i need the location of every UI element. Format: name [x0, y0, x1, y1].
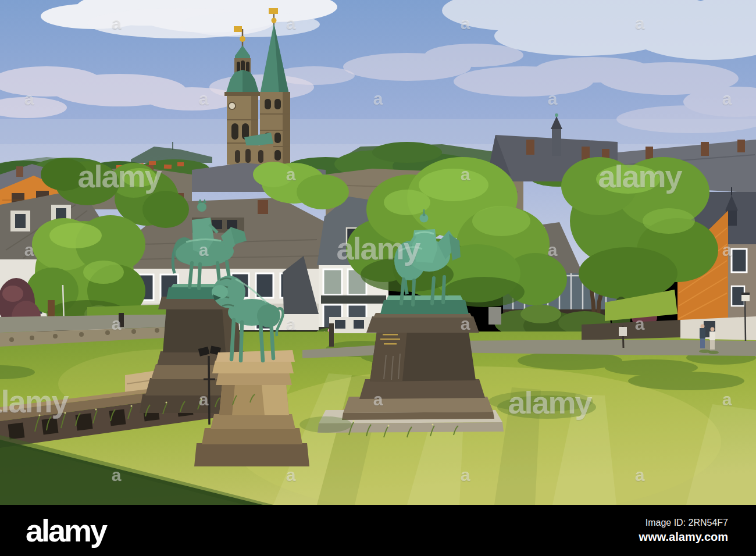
person-2-head [711, 327, 715, 332]
person-1-legs [700, 338, 705, 348]
weathervane-flag [269, 8, 278, 14]
image-id-text: Image ID: 2RN54F7 [639, 518, 728, 528]
golden-ball-finial [240, 36, 245, 42]
person-1-torso [700, 328, 705, 338]
bronze-plinth [380, 300, 469, 314]
person-2-legs [710, 340, 715, 350]
chimney [258, 200, 268, 214]
small-post [329, 323, 334, 347]
chimney [526, 140, 534, 155]
rider-head [197, 202, 206, 212]
person-1-head [701, 325, 705, 329]
person-2-torso [709, 332, 715, 340]
chimney [646, 147, 653, 159]
weathervane-flag [234, 26, 242, 32]
alamy-logo: alamy [26, 515, 106, 546]
photo-area: aaaaaaaaaaaaaaaaaaaaaaaaaaalamyalamyalam… [0, 0, 756, 505]
wooden-post [48, 300, 55, 318]
website-text: www.alamy.com [639, 530, 728, 544]
bollard [119, 313, 124, 327]
info-board [488, 307, 501, 325]
cast-shadow [497, 395, 596, 419]
chimney [16, 166, 23, 177]
chimney [701, 142, 709, 156]
chimney [737, 140, 745, 152]
footer-bar: alamy Image ID: 2RN54F7 www.alamy.com [0, 505, 756, 556]
golden-ball-finial [272, 18, 277, 23]
alamy-stock-photo-page: aaaaaaaaaaaaaaaaaaaaaaaaaaalamyalamyalam… [0, 0, 756, 556]
footer-meta: Image ID: 2RN54F7 www.alamy.com [639, 518, 728, 544]
photo-scene [0, 0, 756, 505]
